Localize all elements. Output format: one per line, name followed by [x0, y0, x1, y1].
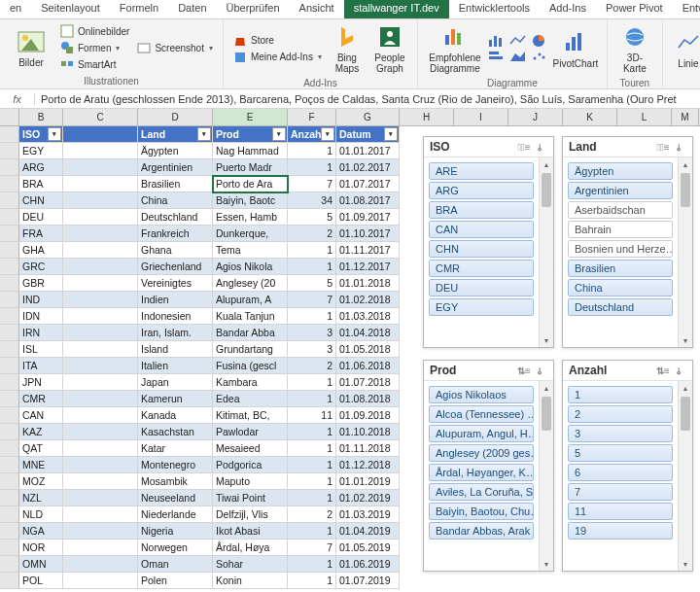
slicer-item[interactable]: CAN: [429, 221, 534, 238]
cell[interactable]: Brasilien: [138, 176, 213, 192]
cell[interactable]: Årdal, Høya: [213, 540, 288, 556]
col-header-m[interactable]: M: [672, 109, 699, 125]
col-header-f[interactable]: F: [288, 109, 336, 125]
filter-dropdown-icon[interactable]: ▾: [321, 127, 334, 141]
formula-text[interactable]: Porto de Aratu (geschlossen Ende 2013), …: [35, 93, 700, 105]
cell[interactable]: Porto de Ara: [213, 176, 288, 192]
cell[interactable]: 1: [288, 242, 336, 259]
clear-filter-icon[interactable]: ⫰: [671, 364, 686, 377]
cell[interactable]: Dunkerque,: [213, 226, 288, 242]
cell[interactable]: KAZ: [19, 424, 63, 440]
sparkline-linie-button[interactable]: Linie: [671, 27, 700, 71]
cell[interactable]: Frankreich: [138, 226, 213, 242]
cell[interactable]: [63, 259, 138, 275]
clear-filter-icon[interactable]: ⫰: [671, 140, 686, 154]
cell[interactable]: Polen: [138, 573, 213, 589]
fx-icon[interactable]: fx: [0, 93, 35, 105]
cell[interactable]: 01.10.2017: [336, 226, 400, 242]
scroll-down-icon[interactable]: ▾: [679, 333, 692, 347]
cell[interactable]: [63, 391, 138, 407]
row-header[interactable]: [0, 523, 19, 540]
row-header[interactable]: [0, 292, 19, 308]
row-header[interactable]: [0, 341, 19, 358]
scrollbar[interactable]: ▴▾: [678, 157, 692, 347]
slicer-item[interactable]: DEU: [429, 279, 534, 296]
tab-formeln[interactable]: Formeln: [110, 0, 168, 18]
scrollbar[interactable]: ▴▾: [539, 381, 553, 571]
row-header[interactable]: [0, 540, 19, 556]
cell[interactable]: Agios Nikola: [213, 259, 288, 275]
cell[interactable]: 01.08.2018: [336, 391, 400, 407]
multiselect-icon[interactable]: �ื≡: [655, 140, 671, 154]
tab-stallwanger[interactable]: stallwanger IT.dev: [344, 0, 449, 18]
cell[interactable]: Neuseeland: [138, 490, 213, 506]
row-header[interactable]: [0, 358, 19, 374]
slicer-item[interactable]: Alcoa (Tennessee) …: [429, 405, 534, 423]
cell[interactable]: 01.09.2017: [336, 209, 400, 226]
cell[interactable]: 01.02.2018: [336, 292, 400, 308]
slicer-item[interactable]: Anglesey (2009 ges…: [429, 444, 534, 462]
cell[interactable]: ARG: [19, 159, 63, 176]
slicer-item[interactable]: ARE: [429, 162, 534, 180]
cell[interactable]: Mosambik: [138, 473, 213, 490]
cell[interactable]: 01.01.2019: [336, 473, 400, 490]
cell[interactable]: 1: [288, 374, 336, 391]
slicer-item[interactable]: 1: [568, 386, 673, 403]
cell[interactable]: 01.06.2018: [336, 358, 400, 374]
multiselect-icon[interactable]: ⇅≡: [516, 364, 532, 377]
row-header[interactable]: [0, 226, 19, 242]
bar-chart-icon[interactable]: [488, 50, 506, 63]
cell[interactable]: Alupuram, A: [213, 292, 288, 308]
row-header[interactable]: [0, 440, 19, 457]
slicer-item[interactable]: 19: [568, 522, 673, 540]
cell[interactable]: Tema: [213, 242, 288, 259]
cell[interactable]: 34: [288, 192, 336, 209]
slicer-anzahl[interactable]: Anzahl ⇅≡ ⫰ 1235671119▴▾: [562, 360, 693, 572]
cell[interactable]: Kambara: [213, 374, 288, 391]
cell[interactable]: 1: [288, 143, 336, 159]
cell[interactable]: OMN: [19, 556, 63, 573]
row-header[interactable]: [0, 556, 19, 573]
cell[interactable]: [63, 143, 138, 159]
cell[interactable]: DEU: [19, 209, 63, 226]
slicer-item[interactable]: China: [568, 279, 673, 296]
cell[interactable]: [63, 292, 138, 308]
cell[interactable]: 1: [288, 391, 336, 407]
cell[interactable]: [63, 374, 138, 391]
slicer-item[interactable]: Bahrain: [568, 221, 673, 238]
cell[interactable]: CHN: [19, 192, 63, 209]
cell[interactable]: Indonesien: [138, 308, 213, 325]
cell[interactable]: [63, 209, 138, 226]
row-header[interactable]: [0, 490, 19, 506]
slicer-prod[interactable]: Prod ⇅≡ ⫰ Agios NikolaosAlcoa (Tennessee…: [423, 360, 554, 572]
slicer-item[interactable]: 5: [568, 444, 673, 462]
cell[interactable]: 01.03.2019: [336, 506, 400, 523]
cell[interactable]: 1: [288, 440, 336, 457]
scroll-down-icon[interactable]: ▾: [540, 333, 553, 347]
header-anzahl[interactable]: Anzahl▾: [288, 126, 336, 143]
cell[interactable]: Pawlodar: [213, 424, 288, 440]
row-header[interactable]: [0, 424, 19, 440]
cell[interactable]: 3: [288, 325, 336, 341]
cell[interactable]: Kanada: [138, 407, 213, 424]
cell[interactable]: Maputo: [213, 473, 288, 490]
cell[interactable]: 01.07.2019: [336, 573, 400, 589]
tab-daten[interactable]: Daten: [168, 0, 216, 18]
col-header-k[interactable]: K: [563, 109, 617, 125]
multiselect-icon[interactable]: ⇅≡: [655, 364, 671, 377]
cell[interactable]: 2: [288, 358, 336, 374]
header-iso[interactable]: ISO▾: [19, 126, 63, 143]
header-land[interactable]: Land▾: [138, 126, 213, 143]
area-chart-icon[interactable]: [509, 50, 527, 63]
cell[interactable]: Oman: [138, 556, 213, 573]
scroll-down-icon[interactable]: ▾: [540, 557, 553, 571]
col-header-e[interactable]: E: [213, 109, 288, 125]
slicer-item[interactable]: Bandar Abbas, Arak: [429, 522, 534, 540]
cell[interactable]: Fusina (gescl: [213, 358, 288, 374]
clear-filter-icon[interactable]: ⫰: [532, 364, 547, 377]
col-header-i[interactable]: I: [454, 109, 508, 125]
cell[interactable]: Sohar: [213, 556, 288, 573]
cell[interactable]: Nag Hammad: [213, 143, 288, 159]
cell[interactable]: [63, 424, 138, 440]
cell[interactable]: [63, 506, 138, 523]
